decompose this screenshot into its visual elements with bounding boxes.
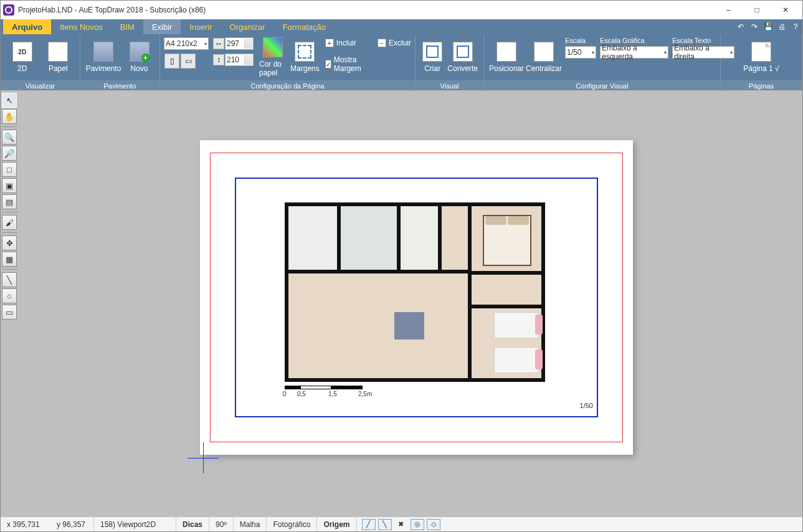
ribbon: 2D 2D Papel Visualizar Pavimento Novo Pa…: [1, 34, 802, 90]
snap-endpoint-button[interactable]: ╱: [362, 519, 376, 530]
paper-size-dropdown[interactable]: A4 210x2▾: [164, 37, 209, 50]
circle-tool[interactable]: ○: [2, 288, 17, 303]
tab-organizar[interactable]: Organizar: [221, 19, 274, 34]
coord-y: y 96,357: [50, 517, 94, 531]
malha-button[interactable]: Malha: [234, 517, 267, 531]
minus-icon: −: [378, 39, 386, 47]
scale-t0: 0: [283, 391, 287, 397]
escala-grafica-value: Embaixo a esquerda: [602, 44, 664, 61]
close-button[interactable]: ✕: [771, 1, 800, 19]
tab-arquivo[interactable]: Arquivo: [3, 19, 51, 34]
margens-button[interactable]: Margens: [290, 37, 320, 78]
converte-button[interactable]: Converte: [447, 37, 478, 78]
angle-indicator[interactable]: 90º: [209, 517, 234, 531]
rect-tool[interactable]: ▭: [2, 305, 17, 320]
window-title: ProjetoHab.LND - AuE TopDraw 2018 - Subs…: [18, 6, 714, 14]
pagina1-label: Página 1 √: [743, 64, 779, 73]
centralizar-button[interactable]: Centralizar: [526, 37, 561, 78]
excluir-label: Excluir: [389, 39, 411, 47]
redo-icon[interactable]: ↷: [749, 21, 760, 32]
minimize-button[interactable]: –: [714, 1, 743, 19]
move-tool[interactable]: ✥: [2, 235, 17, 250]
mostra-margem-label: Mostra Margem: [334, 55, 369, 73]
zoom-fit-tool[interactable]: □: [2, 162, 17, 177]
eyedropper-tool[interactable]: 🖌: [2, 215, 17, 230]
tab-bim[interactable]: BIM: [112, 19, 143, 34]
mostra-margem-checkbox[interactable]: ✓ Mostra Margem: [325, 55, 369, 73]
fotografico-button[interactable]: Fotográfico: [267, 517, 317, 531]
paper-sheet: 0 0,5 1,5 2,5m 1/50: [200, 140, 633, 455]
orientation-landscape-button[interactable]: ▭: [181, 54, 196, 69]
criar-label: Criar: [424, 64, 440, 73]
help-icon[interactable]: ?: [790, 21, 801, 32]
pavimento-label: Pavimento: [86, 64, 121, 73]
posicionar-label: Posicionar: [489, 64, 524, 73]
print-icon[interactable]: 🖨: [776, 21, 787, 32]
graphic-scale: 0 0,5 1,5 2,5m: [285, 386, 409, 397]
scale-ratio: 1/50: [580, 402, 593, 409]
undo-icon[interactable]: ↶: [735, 21, 746, 32]
drawing-canvas[interactable]: 0 0,5 1,5 2,5m 1/50: [19, 90, 802, 516]
grid-tool[interactable]: ▦: [2, 252, 17, 267]
papel-label: Papel: [49, 64, 68, 73]
scale-t2: 1,5: [328, 391, 337, 397]
dicas-button[interactable]: Dicas: [176, 517, 209, 531]
save-icon[interactable]: 💾: [763, 21, 774, 32]
tool-palette: ↖ ✋ 🔍 🔎 □ ▣ ▤ 🖌 ✥ ▦ ╲ ○ ▭: [1, 90, 19, 516]
page-height-input[interactable]: 210: [225, 54, 254, 66]
tab-inserir[interactable]: Inserir: [181, 19, 221, 34]
select-tool[interactable]: ↖: [2, 93, 17, 108]
margens-label: Margens: [290, 64, 320, 73]
page-width-input[interactable]: 297: [225, 37, 254, 50]
dim-height-icon: ↕: [213, 54, 224, 65]
coord-x: x 395,731: [1, 517, 50, 531]
centralizar-label: Centralizar: [526, 64, 562, 73]
floorplan: [285, 202, 545, 382]
snap-node-button[interactable]: ◇: [427, 519, 440, 530]
view-2d-label: 2D: [17, 64, 27, 73]
zoom-out-tool[interactable]: 🔎: [2, 146, 17, 161]
view-2d-button[interactable]: 2D 2D: [6, 37, 39, 78]
pan-tool[interactable]: ✋: [2, 109, 17, 124]
posicionar-button[interactable]: Posicionar: [489, 37, 524, 78]
cor-do-papel-button[interactable]: Cor do papel: [259, 37, 287, 78]
paper-size-value: A4 210x2: [166, 39, 197, 48]
cor-do-papel-label: Cor do papel: [259, 60, 287, 77]
orientation-portrait-button[interactable]: ▯: [164, 54, 179, 69]
escala-grafica-dropdown[interactable]: Embaixo a esquerda▾: [600, 46, 668, 59]
app-icon: [3, 4, 14, 16]
zoom-extents-tool[interactable]: ▤: [2, 194, 17, 209]
snap-center-button[interactable]: ◎: [411, 519, 424, 530]
tab-itens-novos[interactable]: Itens Novos: [51, 19, 112, 34]
escala-label: Escala: [565, 37, 596, 44]
layer-indicator[interactable]: 158) Viewport2D: [94, 517, 176, 531]
novo-label: Novo: [130, 64, 148, 73]
status-bar: x 395,731 y 96,357 158) Viewport2D Dicas…: [1, 516, 802, 531]
criar-button[interactable]: Criar: [421, 37, 444, 78]
maximize-button[interactable]: □: [743, 1, 771, 19]
incluir-label: Incluir: [336, 39, 356, 47]
plus-icon: +: [325, 39, 334, 47]
incluir-button[interactable]: + Incluir: [325, 39, 369, 47]
zoom-in-tool[interactable]: 🔍: [2, 130, 17, 145]
dim-width-icon: ↔: [213, 38, 224, 49]
crosshair-cursor: [188, 442, 219, 473]
papel-button[interactable]: Papel: [42, 37, 75, 78]
zoom-window-tool[interactable]: ▣: [2, 178, 17, 193]
escala-dropdown[interactable]: 1/50▾: [565, 46, 596, 59]
scale-t1: 0,5: [297, 391, 306, 397]
origem-button[interactable]: Origem: [317, 517, 356, 531]
escala-value: 1/50: [567, 48, 581, 57]
converte-label: Converte: [447, 64, 478, 73]
scale-t3: 2,5m: [358, 391, 372, 397]
snap-midpoint-button[interactable]: ╲: [378, 519, 392, 530]
excluir-button[interactable]: − Excluir: [378, 39, 411, 47]
novo-pavimento-button[interactable]: Novo: [124, 37, 154, 78]
snap-intersection-button[interactable]: ✖: [394, 519, 408, 530]
pagina1-button[interactable]: Página 1 √: [741, 37, 781, 78]
line-tool[interactable]: ╲: [2, 272, 17, 287]
tab-exibir[interactable]: Exibir: [143, 19, 181, 34]
tab-formatacao[interactable]: Formatação: [274, 19, 335, 34]
menu-bar: Arquivo Itens Novos BIM Exibir Inserir O…: [1, 19, 802, 34]
pavimento-button[interactable]: Pavimento: [85, 37, 121, 78]
